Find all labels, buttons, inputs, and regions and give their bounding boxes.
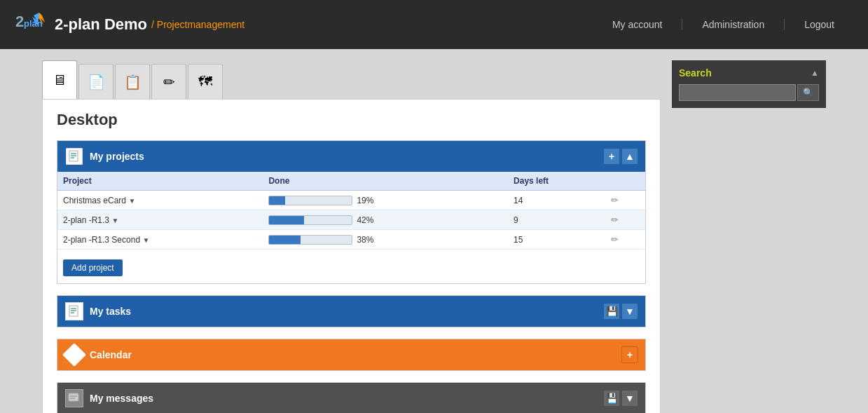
tab-map[interactable]: 🗺: [188, 64, 223, 99]
projects-tbody: Christmas eCard ▼19%14✏2-plan -R1.3 ▼42%…: [57, 191, 645, 250]
progress-bar-wrap: [268, 215, 352, 225]
list-icon: 📋: [124, 74, 142, 90]
tasks-section: My tasks 💾 ▼: [57, 295, 646, 327]
toolbar-tabs: 🖥 📄 📋 ✏ 🗺: [42, 60, 661, 99]
projects-add-btn[interactable]: +: [603, 148, 620, 165]
projects-actions: + ▲: [603, 148, 638, 165]
project-edit-icon[interactable]: ✏: [611, 215, 619, 225]
progress-bar-fill: [269, 216, 304, 224]
col-project: Project: [57, 172, 263, 191]
messages-section: My messages 💾 ▼: [57, 382, 646, 413]
search-button[interactable]: 🔍: [797, 84, 819, 101]
projects-title: My projects: [90, 151, 603, 162]
content-panel: Desktop My projects + ▲: [42, 99, 661, 413]
progress-percent: 38%: [357, 235, 373, 245]
search-input[interactable]: [679, 84, 796, 101]
right-panel: Search ▲ 🔍: [672, 60, 826, 413]
progress-bar-fill: [269, 236, 301, 244]
dropdown-arrow-icon[interactable]: ▼: [128, 197, 135, 205]
dropdown-arrow-icon[interactable]: ▼: [111, 217, 118, 224]
header: 2 plan 2-plan Demo / Projectmanagement M…: [0, 0, 868, 49]
messages-actions: 💾 ▼: [603, 390, 638, 407]
logo-icon: 2 plan: [14, 7, 49, 42]
tasks-collapse-btn[interactable]: ▼: [621, 303, 638, 320]
search-box: Search ▲ 🔍: [672, 60, 826, 108]
calendar-add-btn[interactable]: +: [621, 346, 638, 363]
progress-bar-fill: [269, 196, 284, 205]
tasks-icon: [64, 302, 84, 321]
messages-page-icon: [65, 389, 83, 407]
diamond-icon: [62, 343, 86, 367]
project-edit-cell: ✏: [605, 210, 645, 230]
left-content: 🖥 📄 📋 ✏ 🗺 Desktop: [42, 60, 661, 413]
messages-title: My messages: [90, 393, 603, 404]
messages-icon: [64, 388, 84, 408]
tasks-save-btn[interactable]: 💾: [603, 303, 620, 320]
progress-percent: 19%: [357, 196, 373, 205]
nav-administration[interactable]: Administration: [682, 19, 785, 30]
project-done-cell: 42%: [263, 210, 508, 230]
messages-collapse-btn[interactable]: ▼: [621, 390, 638, 407]
app-subtitle: / Projectmanagement: [151, 19, 244, 30]
messages-header: My messages 💾 ▼: [57, 383, 645, 413]
col-done: Done: [263, 172, 508, 191]
page-title: Desktop: [57, 111, 646, 129]
project-days-cell: 9: [508, 210, 605, 230]
svg-text:2: 2: [15, 13, 24, 30]
projects-collapse-btn[interactable]: ▲: [621, 148, 638, 165]
calendar-icon: [64, 345, 84, 365]
search-input-wrap: 🔍: [679, 84, 819, 101]
project-name: 2-plan -R1.3: [63, 215, 109, 225]
map-icon: 🗺: [198, 74, 212, 90]
search-label: Search: [679, 67, 712, 79]
project-days-cell: 14: [508, 191, 605, 210]
project-edit-icon[interactable]: ✏: [611, 234, 619, 245]
tasks-header: My tasks 💾 ▼: [57, 296, 645, 327]
search-header: Search ▲: [679, 67, 819, 79]
nav-my-account[interactable]: My account: [593, 19, 683, 30]
project-days-cell: 15: [508, 230, 605, 250]
tab-list[interactable]: 📋: [115, 64, 150, 99]
project-edit-icon[interactable]: ✏: [611, 195, 619, 205]
project-edit-cell: ✏: [605, 191, 645, 210]
progress-bar-wrap: [268, 196, 352, 205]
messages-save-btn[interactable]: 💾: [603, 390, 620, 407]
progress-cell: 19%: [268, 196, 502, 205]
progress-cell: 38%: [268, 235, 502, 245]
add-project-wrap: Add project: [57, 250, 645, 283]
project-name-cell: Christmas eCard ▼: [57, 191, 263, 210]
project-page-icon: [66, 148, 83, 165]
nav-logout[interactable]: Logout: [785, 19, 854, 30]
add-project-button[interactable]: Add project: [63, 259, 123, 276]
projects-table: Project Done Days left Christmas eCard ▼…: [57, 172, 645, 250]
tasks-title: My tasks: [90, 306, 603, 317]
tab-desktop[interactable]: 🖥: [42, 60, 77, 99]
projects-header: My projects + ▲: [57, 141, 645, 172]
project-name-cell: 2-plan -R1.3 Second ▼: [57, 230, 263, 250]
table-row: 2-plan -R1.3 ▼42%9✏: [57, 210, 645, 230]
progress-bar-wrap: [268, 235, 352, 245]
tab-page[interactable]: 📄: [78, 64, 113, 99]
search-collapse-icon[interactable]: ▲: [811, 68, 819, 78]
table-row: Christmas eCard ▼19%14✏: [57, 191, 645, 210]
project-done-cell: 38%: [263, 230, 508, 250]
project-name: 2-plan -R1.3 Second: [63, 235, 140, 245]
main-container: 🖥 📄 📋 ✏ 🗺 Desktop: [0, 49, 868, 413]
col-days-left: Days left: [508, 172, 605, 191]
progress-cell: 42%: [268, 215, 502, 225]
projects-icon: [64, 147, 84, 166]
project-done-cell: 19%: [263, 191, 508, 210]
projects-section: My projects + ▲ Project Done Days left: [57, 140, 646, 284]
col-actions: [605, 172, 645, 191]
svg-text:plan: plan: [24, 18, 43, 29]
calendar-actions: +: [621, 346, 638, 363]
edit-icon: ✏: [163, 74, 175, 90]
calendar-section: Calendar +: [57, 339, 646, 371]
dropdown-arrow-icon[interactable]: ▼: [142, 236, 149, 244]
project-name: Christmas eCard: [63, 196, 126, 205]
project-name-cell: 2-plan -R1.3 ▼: [57, 210, 263, 230]
svg-rect-12: [69, 393, 78, 401]
tasks-page-icon: [65, 302, 83, 320]
desktop-icon: 🖥: [53, 72, 67, 88]
tab-edit[interactable]: ✏: [151, 64, 186, 99]
